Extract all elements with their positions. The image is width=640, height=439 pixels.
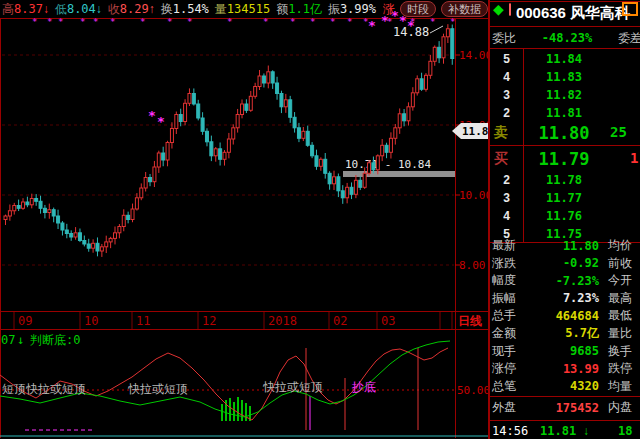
- toolbar-field-收: 收8.29↑: [108, 1, 155, 18]
- field-value: 1.54%: [173, 2, 209, 16]
- flag-icon[interactable]: [509, 3, 511, 16]
- svg-text:*: *: [187, 17, 192, 27]
- peak-annotation: 14.88: [393, 25, 429, 39]
- x-axis-label: 02: [333, 314, 347, 328]
- buy-label: 买: [494, 150, 508, 168]
- divider: [490, 145, 640, 146]
- divider: [490, 396, 640, 397]
- svg-text:*: *: [93, 17, 98, 27]
- sell-price: 11.80: [526, 123, 602, 143]
- level-number: 3: [490, 191, 523, 205]
- stat-right-label: 今开: [603, 272, 640, 289]
- period-button[interactable]: 时段: [400, 1, 436, 17]
- stock-title: 000636 风华高科: [490, 4, 640, 23]
- diamond-icon[interactable]: ◆: [493, 2, 504, 16]
- weibi-label: 委比: [492, 30, 516, 47]
- sell-row[interactable]: 卖 11.80 25: [490, 121, 640, 144]
- y-axis-label: 14.00: [459, 49, 488, 62]
- buy-price: 11.79: [526, 149, 602, 169]
- outer-label: 外盘: [492, 399, 530, 416]
- field-value: 134515: [227, 2, 270, 16]
- stat-value: -0.92: [530, 256, 603, 270]
- weicha-label: 委差: [618, 30, 640, 47]
- x-axis-label: 09: [18, 314, 32, 328]
- svg-text:*: *: [58, 17, 63, 27]
- svg-text:*: *: [148, 108, 156, 123]
- stat-label: 振幅: [492, 290, 530, 307]
- divider: [490, 420, 640, 421]
- level-number: 2: [490, 106, 523, 120]
- level-number: 3: [490, 88, 523, 102]
- level-row[interactable]: 411.76: [490, 207, 640, 225]
- stat-row-涨停: 涨停13.99跌停: [492, 360, 640, 377]
- level-row[interactable]: 311.77: [490, 189, 640, 207]
- svg-text:*: *: [310, 17, 315, 27]
- stat-right-label: 跌停: [603, 360, 640, 377]
- svg-text:*: *: [47, 17, 52, 27]
- toolbar: 高8.37↓低8.04↓收8.29↑换1.54%量134515额1.1亿振3.9…: [0, 0, 490, 18]
- sell-amount: 25: [610, 124, 627, 140]
- stat-label: 总笔: [492, 378, 530, 395]
- svg-text:*: *: [290, 17, 295, 27]
- stat-value: 9685: [530, 344, 603, 358]
- candlestick-chart[interactable]: 14.0012.0010.008.0010.71 - 10.84********…: [0, 0, 488, 439]
- stat-row-金额: 金额5.7亿量比: [492, 325, 640, 342]
- stat-row-最新: 最新11.80均价: [492, 237, 640, 254]
- level-number: 5: [490, 52, 523, 66]
- inner-label: 内盘: [603, 399, 640, 416]
- svg-text:*: *: [347, 17, 352, 27]
- svg-text:*: *: [157, 114, 165, 129]
- window-icon[interactable]: [622, 2, 638, 16]
- x-axis-label: 12: [202, 314, 216, 328]
- level-row[interactable]: 311.82: [490, 86, 640, 104]
- level-row[interactable]: 211.81: [490, 104, 640, 122]
- svg-text:*: *: [330, 17, 335, 27]
- weibi-value: -48.23%: [542, 31, 593, 45]
- svg-text:*: *: [110, 17, 115, 27]
- stat-label: 幅度: [492, 272, 530, 289]
- field-value: 8.37: [14, 2, 43, 16]
- toolbar-field-振: 振3.99%: [328, 1, 376, 18]
- stock-code: 000636: [516, 4, 566, 21]
- field-value: 8.04: [67, 2, 96, 16]
- outer-inner-row: 外盘 175452 内盘: [492, 399, 640, 416]
- stat-right-label: 量比: [603, 325, 640, 342]
- arrow-icon: ↑: [149, 2, 155, 16]
- level-row[interactable]: 211.78: [490, 171, 640, 189]
- field-label: 额: [276, 1, 288, 18]
- stat-label: 总手: [492, 307, 530, 324]
- field-label: 振: [328, 1, 340, 18]
- fill-data-button[interactable]: 补数据: [441, 1, 488, 17]
- period-label[interactable]: 日线: [458, 314, 482, 328]
- field-value: 8.29: [120, 2, 149, 16]
- indicator-panel[interactable]: 50.00短顶快拉或短顶快拉或短顶快拉或短顶抄底07↓判断底:0: [0, 333, 488, 436]
- stat-row-涨跌: 涨跌-0.92前收: [492, 255, 640, 272]
- field-label: 高: [2, 1, 14, 18]
- svg-text:*: *: [80, 17, 85, 27]
- toolbar-field-高: 高8.37↓: [2, 1, 49, 18]
- svg-text:*: *: [167, 17, 172, 27]
- level-price: 11.76: [526, 209, 602, 223]
- last-trade-row: 14:56 11.81 ↓ 18: [490, 423, 640, 439]
- date-axis: 0910111220180203日线: [14, 312, 482, 329]
- level-number: 2: [490, 173, 523, 187]
- level-price: 11.83: [526, 70, 602, 84]
- x-axis-label: 2018: [268, 314, 297, 328]
- svg-text:*: *: [32, 17, 37, 27]
- field-label: 换: [161, 1, 173, 18]
- level-row[interactable]: 511.84: [490, 50, 640, 68]
- stat-row-现手: 现手9685换手: [492, 343, 640, 360]
- stat-value: 5.7亿: [530, 325, 603, 342]
- field-label: 量: [215, 1, 227, 18]
- level-row[interactable]: 411.83: [490, 68, 640, 86]
- svg-text:*: *: [227, 17, 232, 27]
- field-value: 1.1亿: [288, 1, 322, 18]
- arrow-icon: ↓: [96, 2, 102, 16]
- rise-flag: 涨: [383, 1, 395, 18]
- weibi-row: 委比 -48.23% 委差: [490, 29, 640, 47]
- outer-value: 175452: [530, 401, 603, 415]
- down-arrow-icon: ↓: [583, 424, 589, 438]
- stat-right-label: 换手: [603, 343, 640, 360]
- buy-row[interactable]: 买 11.79 1: [490, 147, 640, 170]
- stat-value: 464684: [530, 309, 603, 323]
